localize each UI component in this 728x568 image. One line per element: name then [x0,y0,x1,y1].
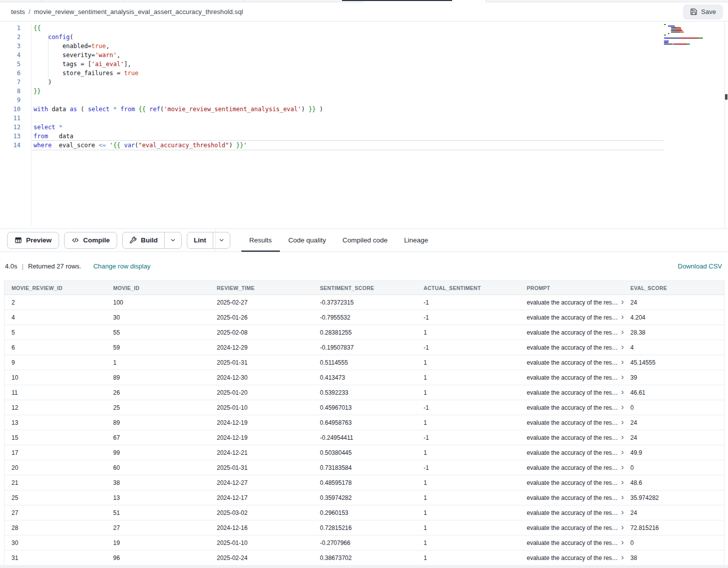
table-cell: 25 [106,400,210,415]
code-line[interactable] [32,96,664,105]
code-line[interactable]: ) [32,78,664,87]
code-line[interactable]: store_failures = true [32,69,664,78]
table-cell: 46.61 [623,385,724,400]
code-line[interactable] [32,114,664,123]
line-number: 5 [0,60,21,69]
download-csv-link[interactable]: Download CSV [678,262,722,270]
code-line[interactable]: enabled=true, [32,42,664,51]
table-cell: -1 [417,295,520,310]
table-cell: 0.35974282 [313,490,417,505]
chevron-right-icon[interactable] [620,315,623,320]
build-dropdown-button[interactable] [164,232,181,248]
code-line[interactable]: config( [32,33,664,42]
build-button[interactable]: Build [123,232,164,248]
table-cell: 26 [106,385,210,400]
change-row-display-link[interactable]: Change row display [93,262,150,270]
table-cell: 55 [106,325,210,340]
code-line[interactable]: {{ [32,24,664,33]
code-line[interactable]: from data [32,132,664,141]
code-line[interactable]: tags = ['ai_eval'], [32,60,664,69]
code-line[interactable]: select * [32,123,664,132]
editor-code[interactable]: {{ config( enabled=true, severity='warn'… [32,24,664,150]
table-cell: 25 [5,490,106,505]
table-cell: 1 [417,355,520,370]
table-cell: 0 [623,535,724,550]
table-cell: 30 [106,310,210,325]
table-row: 6592024-12-29-0.19507837-1evaluate the a… [5,340,724,355]
editor-scrollbar-thumb[interactable] [725,94,727,100]
code-line[interactable]: }} [32,87,664,96]
code-token [120,142,124,149]
code-line[interactable]: with data as ( select * from {{ ref('mov… [32,105,664,114]
chevron-right-icon[interactable] [620,330,623,335]
preview-button[interactable]: Preview [7,232,59,249]
chevron-right-icon[interactable] [620,450,623,455]
table-cell: evaluate the accuracy of the res… [520,535,623,550]
table-cell: 0 [623,460,724,475]
table-cell: 39 [623,370,724,385]
table-cell: 5 [5,325,106,340]
table-cell: evaluate the accuracy of the res… [520,445,623,460]
compile-button[interactable]: Compile [64,232,117,249]
table-cell: 27 [106,520,210,535]
toolbar: Preview Compile Build Lint [0,228,728,252]
table-cell: evaluate the accuracy of the res… [520,310,623,325]
table-cell: evaluate the accuracy of the res… [520,430,623,445]
horizontal-scrollbar-track[interactable] [0,565,728,568]
table-cell: 2025-01-26 [210,310,313,325]
prompt-text: evaluate the accuracy of the res… [527,539,618,546]
table-row: 5552025-02-080.283812551evaluate the acc… [5,325,724,340]
chevron-right-icon[interactable] [620,555,623,560]
editor-minimap[interactable] [664,24,706,45]
code-token: store_failures = [34,70,124,77]
chevron-right-icon[interactable] [620,420,623,425]
file-tab-segment[interactable] [0,0,364,3]
lint-button[interactable]: Lint [187,232,213,248]
chevron-right-icon[interactable] [620,465,623,470]
chevron-right-icon[interactable] [620,525,623,530]
chevron-right-icon[interactable] [620,390,623,395]
code-token: }} [34,88,41,95]
table-cell: 28 [5,520,106,535]
code-line[interactable]: where eval_score <= '{{ var("eval_accura… [32,141,664,150]
table-row: 10892024-12-300.4134731evaluate the accu… [5,370,724,385]
chevron-right-icon[interactable] [620,360,623,365]
prompt-text: evaluate the accuracy of the res… [527,479,618,486]
table-cell: 38 [106,475,210,490]
chevron-right-icon[interactable] [620,300,623,305]
table-cell: 1 [417,415,520,430]
chevron-right-icon[interactable] [620,540,623,545]
code-token: ) [316,106,323,113]
preview-label: Preview [26,236,52,244]
chevron-right-icon[interactable] [620,495,623,500]
table-cell: 2024-12-29 [210,340,313,355]
tab-lineage[interactable]: Lineage [396,229,436,251]
chevron-right-icon[interactable] [620,510,623,515]
tab-results[interactable]: Results [241,229,280,251]
tab-compiled-code[interactable]: Compiled code [334,229,396,251]
table-cell: 45.14555 [623,355,724,370]
table-cell: 2 [5,295,106,310]
chevron-right-icon[interactable] [620,405,623,410]
chevron-right-icon[interactable] [620,480,623,485]
build-split-button: Build [122,232,182,249]
table-cell: 2025-02-08 [210,325,313,340]
chevron-right-icon[interactable] [620,375,623,380]
tab-code-quality[interactable]: Code quality [280,229,334,251]
chevron-right-icon[interactable] [620,435,623,440]
code-editor[interactable]: 1234567891011121314 {{ config( enabled=t… [0,22,728,228]
table-cell: 38 [623,550,724,565]
line-number: 13 [0,132,21,141]
line-number: 2 [0,33,21,42]
file-tab-segment[interactable] [486,0,728,3]
table-row: 28272024-12-160.728152161evaluate the ac… [5,520,724,535]
code-token: from [120,106,135,113]
code-token: select [34,124,55,131]
table-cell: 0.413473 [313,370,417,385]
line-number: 6 [0,69,21,78]
chevron-right-icon[interactable] [620,345,623,350]
code-line[interactable]: severity='warn', [32,51,664,60]
save-button[interactable]: Save [683,5,723,20]
table-row: 11262025-01-200.53922331evaluate the acc… [5,385,724,400]
breadcrumb-separator: / [29,8,31,16]
